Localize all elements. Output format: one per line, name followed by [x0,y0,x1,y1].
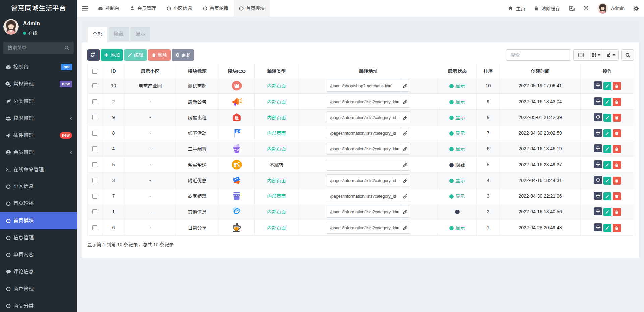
svg-text:¥: ¥ [235,129,238,134]
svg-text:二手: 二手 [234,148,240,152]
svg-text:租: 租 [234,115,238,120]
